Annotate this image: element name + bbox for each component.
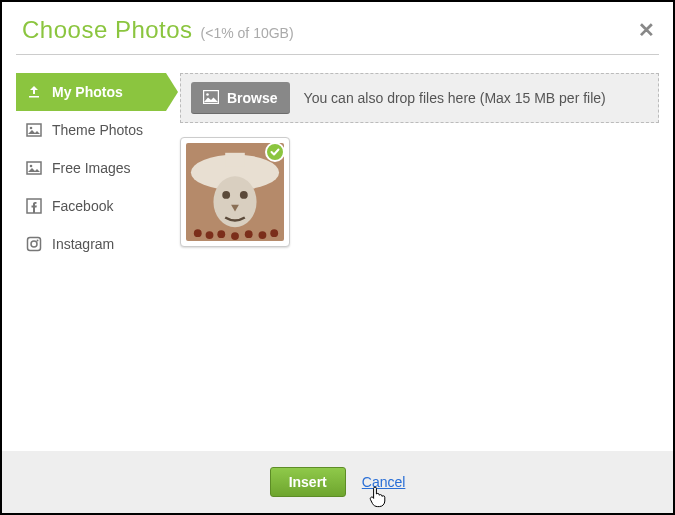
sidebar-item-label: Facebook [52,198,113,214]
close-button[interactable]: ✕ [638,18,655,42]
photo-thumbnail[interactable] [180,137,290,247]
sidebar-item-theme-photos[interactable]: Theme Photos [16,111,166,149]
dialog-title: Choose Photos [22,16,193,44]
svg-point-9 [206,93,209,96]
svg-point-22 [270,229,278,237]
storage-usage: (<1% of 10GB) [201,25,294,41]
sidebar-item-label: Instagram [52,236,114,252]
svg-point-18 [217,230,225,238]
thumbnail-grid [180,123,659,261]
svg-point-14 [222,191,230,199]
main-content: Browse You can also drop files here (Max… [180,73,659,451]
sidebar-item-instagram[interactable]: Instagram [16,225,166,263]
sidebar-item-label: Theme Photos [52,122,143,138]
svg-point-7 [37,240,39,242]
dialog-header: Choose Photos (<1% of 10GB) ✕ [2,2,673,54]
sidebar-item-my-photos[interactable]: My Photos [16,73,166,111]
facebook-icon [26,198,42,214]
sidebar-item-facebook[interactable]: Facebook [16,187,166,225]
instagram-icon [26,236,42,252]
sidebar-item-free-images[interactable]: Free Images [16,149,166,187]
svg-point-16 [194,229,202,237]
svg-point-1 [30,127,33,130]
svg-point-19 [231,232,239,240]
image-icon [26,160,42,176]
drop-hint: You can also drop files here (Max 15 MB … [304,90,606,106]
image-icon [26,122,42,138]
svg-rect-2 [27,162,41,174]
svg-rect-0 [27,124,41,136]
svg-rect-12 [225,153,245,167]
svg-point-6 [31,241,37,247]
upload-icon [26,84,42,100]
sidebar-item-label: My Photos [52,84,123,100]
dialog-body: My Photos Theme Photos Free Images Faceb… [2,55,673,451]
browse-button[interactable]: Browse [191,82,290,114]
selected-check-icon [265,142,285,162]
sidebar: My Photos Theme Photos Free Images Faceb… [16,73,166,451]
close-icon: ✕ [638,19,655,41]
svg-point-15 [240,191,248,199]
drop-zone[interactable]: Browse You can also drop files here (Max… [180,73,659,123]
svg-point-21 [259,231,267,239]
svg-point-17 [206,231,214,239]
sidebar-item-label: Free Images [52,160,131,176]
image-icon [203,90,219,107]
browse-label: Browse [227,90,278,106]
insert-button[interactable]: Insert [270,467,346,497]
svg-point-20 [245,230,253,238]
svg-rect-5 [28,238,41,251]
dialog-footer: Insert Cancel [2,451,673,513]
svg-point-3 [30,165,33,168]
cancel-link[interactable]: Cancel [362,474,406,490]
choose-photos-dialog: Choose Photos (<1% of 10GB) ✕ My Photos … [0,0,675,515]
